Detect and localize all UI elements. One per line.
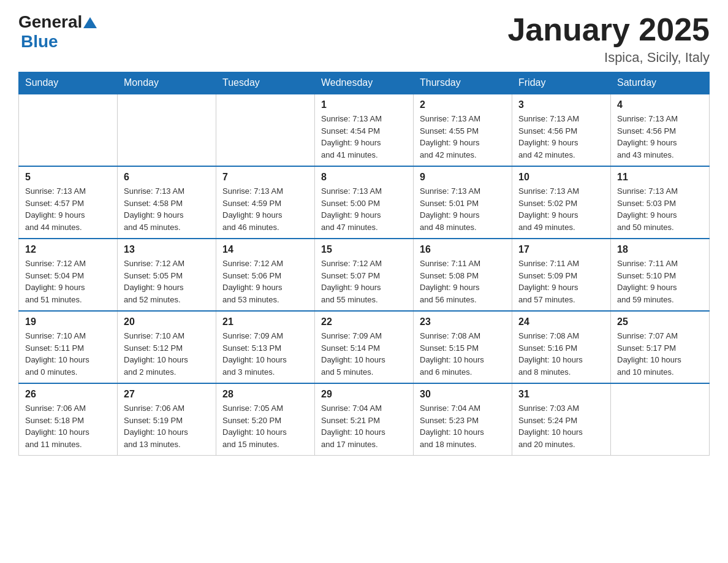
calendar-cell: 18Sunrise: 7:11 AMSunset: 5:10 PMDayligh… — [611, 239, 710, 311]
day-info: Sunrise: 7:09 AMSunset: 5:14 PMDaylight:… — [321, 330, 407, 378]
day-number: 4 — [617, 99, 703, 110]
calendar-cell: 27Sunrise: 7:06 AMSunset: 5:19 PMDayligh… — [118, 383, 216, 456]
calendar-cell: 26Sunrise: 7:06 AMSunset: 5:18 PMDayligh… — [19, 383, 118, 456]
calendar-table: SundayMondayTuesdayWednesdayThursdayFrid… — [18, 72, 710, 456]
day-info: Sunrise: 7:12 AMSunset: 5:05 PMDaylight:… — [124, 258, 210, 305]
day-info: Sunrise: 7:12 AMSunset: 5:04 PMDaylight:… — [25, 258, 111, 305]
calendar-cell: 23Sunrise: 7:08 AMSunset: 5:15 PMDayligh… — [414, 311, 512, 383]
calendar-cell — [216, 94, 315, 166]
day-number: 3 — [518, 99, 604, 110]
calendar-cell: 21Sunrise: 7:09 AMSunset: 5:13 PMDayligh… — [216, 311, 315, 383]
day-number: 19 — [25, 316, 111, 327]
day-number: 8 — [321, 172, 407, 183]
day-info: Sunrise: 7:13 AMSunset: 4:56 PMDaylight:… — [518, 113, 604, 161]
day-number: 22 — [321, 316, 407, 327]
calendar-cell: 22Sunrise: 7:09 AMSunset: 5:14 PMDayligh… — [315, 311, 414, 383]
day-number: 1 — [321, 99, 407, 110]
day-number: 20 — [124, 316, 210, 327]
calendar-cell: 5Sunrise: 7:13 AMSunset: 4:57 PMDaylight… — [19, 166, 118, 239]
calendar-cell: 9Sunrise: 7:13 AMSunset: 5:01 PMDaylight… — [414, 166, 512, 239]
calendar-cell — [19, 94, 118, 166]
day-info: Sunrise: 7:11 AMSunset: 5:10 PMDaylight:… — [617, 258, 703, 305]
calendar-cell — [611, 383, 710, 456]
week-row-4: 19Sunrise: 7:10 AMSunset: 5:11 PMDayligh… — [19, 311, 710, 383]
day-info: Sunrise: 7:09 AMSunset: 5:13 PMDaylight:… — [222, 330, 308, 378]
svg-marker-0 — [83, 17, 97, 28]
day-number: 27 — [124, 389, 210, 400]
week-row-5: 26Sunrise: 7:06 AMSunset: 5:18 PMDayligh… — [19, 383, 710, 456]
calendar-cell: 28Sunrise: 7:05 AMSunset: 5:20 PMDayligh… — [216, 383, 315, 456]
calendar-cell: 8Sunrise: 7:13 AMSunset: 5:00 PMDaylight… — [315, 166, 414, 239]
day-info: Sunrise: 7:13 AMSunset: 4:54 PMDaylight:… — [321, 113, 407, 161]
day-number: 2 — [420, 99, 506, 110]
calendar-cell: 1Sunrise: 7:13 AMSunset: 4:54 PMDaylight… — [315, 94, 414, 166]
day-number: 15 — [321, 244, 407, 255]
day-info: Sunrise: 7:13 AMSunset: 5:02 PMDaylight:… — [518, 185, 604, 233]
day-number: 11 — [617, 172, 703, 183]
logo-triangle-icon — [83, 16, 97, 29]
logo: General Blue — [18, 12, 97, 52]
day-info: Sunrise: 7:03 AMSunset: 5:24 PMDaylight:… — [518, 402, 604, 450]
day-number: 14 — [222, 244, 308, 255]
calendar-cell: 12Sunrise: 7:12 AMSunset: 5:04 PMDayligh… — [19, 239, 118, 311]
day-info: Sunrise: 7:11 AMSunset: 5:09 PMDaylight:… — [518, 258, 604, 305]
header-row: SundayMondayTuesdayWednesdayThursdayFrid… — [19, 72, 710, 94]
calendar-cell: 17Sunrise: 7:11 AMSunset: 5:09 PMDayligh… — [512, 239, 611, 311]
calendar-cell: 20Sunrise: 7:10 AMSunset: 5:12 PMDayligh… — [118, 311, 216, 383]
calendar-cell — [118, 94, 216, 166]
day-info: Sunrise: 7:10 AMSunset: 5:12 PMDaylight:… — [124, 330, 210, 378]
day-info: Sunrise: 7:12 AMSunset: 5:06 PMDaylight:… — [222, 258, 308, 305]
day-number: 18 — [617, 244, 703, 255]
col-header-sunday: Sunday — [19, 72, 118, 94]
day-number: 29 — [321, 389, 407, 400]
day-info: Sunrise: 7:11 AMSunset: 5:08 PMDaylight:… — [420, 258, 506, 305]
calendar-cell: 29Sunrise: 7:04 AMSunset: 5:21 PMDayligh… — [315, 383, 414, 456]
title-section: January 2025 Ispica, Sicily, Italy — [507, 12, 710, 66]
calendar-cell: 3Sunrise: 7:13 AMSunset: 4:56 PMDaylight… — [512, 94, 611, 166]
calendar-header: SundayMondayTuesdayWednesdayThursdayFrid… — [19, 72, 710, 94]
day-number: 9 — [420, 172, 506, 183]
calendar-cell: 7Sunrise: 7:13 AMSunset: 4:59 PMDaylight… — [216, 166, 315, 239]
day-info: Sunrise: 7:13 AMSunset: 4:57 PMDaylight:… — [25, 185, 111, 233]
col-header-thursday: Thursday — [414, 72, 512, 94]
day-info: Sunrise: 7:08 AMSunset: 5:15 PMDaylight:… — [420, 330, 506, 378]
location: Ispica, Sicily, Italy — [507, 50, 710, 66]
calendar-cell: 6Sunrise: 7:13 AMSunset: 4:58 PMDaylight… — [118, 166, 216, 239]
day-number: 16 — [420, 244, 506, 255]
day-number: 10 — [518, 172, 604, 183]
calendar-cell: 2Sunrise: 7:13 AMSunset: 4:55 PMDaylight… — [414, 94, 512, 166]
day-number: 7 — [222, 172, 308, 183]
day-info: Sunrise: 7:06 AMSunset: 5:19 PMDaylight:… — [124, 402, 210, 450]
week-row-1: 1Sunrise: 7:13 AMSunset: 4:54 PMDaylight… — [19, 94, 710, 166]
day-number: 12 — [25, 244, 111, 255]
day-number: 26 — [25, 389, 111, 400]
day-number: 13 — [124, 244, 210, 255]
day-number: 5 — [25, 172, 111, 183]
day-info: Sunrise: 7:13 AMSunset: 4:55 PMDaylight:… — [420, 113, 506, 161]
day-info: Sunrise: 7:12 AMSunset: 5:07 PMDaylight:… — [321, 258, 407, 305]
calendar-cell: 4Sunrise: 7:13 AMSunset: 4:56 PMDaylight… — [611, 94, 710, 166]
week-row-2: 5Sunrise: 7:13 AMSunset: 4:57 PMDaylight… — [19, 166, 710, 239]
day-info: Sunrise: 7:13 AMSunset: 4:59 PMDaylight:… — [222, 185, 308, 233]
col-header-friday: Friday — [512, 72, 611, 94]
day-number: 23 — [420, 316, 506, 327]
day-number: 30 — [420, 389, 506, 400]
calendar-cell: 14Sunrise: 7:12 AMSunset: 5:06 PMDayligh… — [216, 239, 315, 311]
calendar-body: 1Sunrise: 7:13 AMSunset: 4:54 PMDaylight… — [19, 94, 710, 456]
calendar-cell: 24Sunrise: 7:08 AMSunset: 5:16 PMDayligh… — [512, 311, 611, 383]
calendar-cell: 13Sunrise: 7:12 AMSunset: 5:05 PMDayligh… — [118, 239, 216, 311]
day-number: 17 — [518, 244, 604, 255]
day-info: Sunrise: 7:07 AMSunset: 5:17 PMDaylight:… — [617, 330, 703, 378]
day-info: Sunrise: 7:13 AMSunset: 4:58 PMDaylight:… — [124, 185, 210, 233]
col-header-monday: Monday — [118, 72, 216, 94]
day-info: Sunrise: 7:04 AMSunset: 5:21 PMDaylight:… — [321, 402, 407, 450]
col-header-tuesday: Tuesday — [216, 72, 315, 94]
calendar-cell: 11Sunrise: 7:13 AMSunset: 5:03 PMDayligh… — [611, 166, 710, 239]
week-row-3: 12Sunrise: 7:12 AMSunset: 5:04 PMDayligh… — [19, 239, 710, 311]
day-info: Sunrise: 7:05 AMSunset: 5:20 PMDaylight:… — [222, 402, 308, 450]
calendar-cell: 25Sunrise: 7:07 AMSunset: 5:17 PMDayligh… — [611, 311, 710, 383]
calendar-cell: 30Sunrise: 7:04 AMSunset: 5:23 PMDayligh… — [414, 383, 512, 456]
day-info: Sunrise: 7:06 AMSunset: 5:18 PMDaylight:… — [25, 402, 111, 450]
col-header-wednesday: Wednesday — [315, 72, 414, 94]
day-info: Sunrise: 7:13 AMSunset: 5:00 PMDaylight:… — [321, 185, 407, 233]
